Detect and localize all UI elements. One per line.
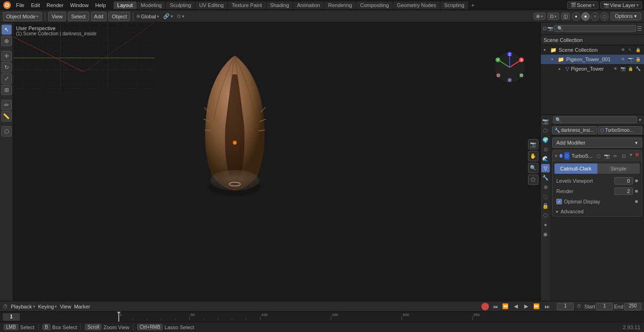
prop-icon-render[interactable]: 📷 [541,117,550,125]
vp-hand-btn[interactable]: ✋ [528,151,538,161]
tool-cursor[interactable]: ⊕ [1,36,12,46]
tool-measure[interactable]: 📏 [1,111,12,121]
scene-selector[interactable]: 🎬 Scene ▾ [567,1,598,9]
tab-rendering[interactable]: Rendering [324,1,356,9]
prop-icon-material[interactable]: ● [541,220,550,229]
transform-global[interactable]: ⊕ Global ▾ [136,14,159,19]
add-modifier-button[interactable]: Add Modifier ▾ [552,138,642,148]
simple-btn[interactable]: Simple [597,163,640,174]
prop-icon-output[interactable]: ⬡ [541,126,550,135]
levels-viewport-value[interactable]: 0 [614,177,633,185]
tab-geometry-nodes[interactable]: Geometry Nodes [393,1,440,9]
add-menu[interactable]: Add [91,12,107,21]
tab-scripting[interactable]: Scripting [440,1,468,9]
object-menu[interactable]: Object [108,12,130,21]
prop-icon-view-layer[interactable]: 🌍 [541,136,550,144]
view-layer-selector[interactable]: 📷 View Layer ▾ [600,1,642,9]
prop-icon-scene[interactable]: ⊙ [541,145,550,154]
catmull-clark-btn[interactable]: Catmull-Clark [554,163,597,174]
prop-icon-modifier[interactable]: 🔧 [541,173,550,182]
tab-uv-editing[interactable]: UV Editing [195,1,227,9]
playback-menu[interactable]: Playback ▾ [11,304,35,309]
viewport[interactable]: User Perspective (1) Scene Collection | … [13,23,540,301]
tab-shading[interactable]: Shading [266,1,293,9]
prop-icon-world[interactable]: 🌊 [541,154,550,163]
mod-delete[interactable]: ✕ [634,152,640,158]
outliner-item-pigeon-tower-001[interactable]: ▾ 📁 Pigeon_Tower_001 👁 📷 🔒 [541,55,644,64]
skip-start-btn[interactable]: ⏮ [491,302,499,311]
hide-btn[interactable]: 🔒 [635,47,641,53]
timeline-body[interactable]: 1 1 50 100 150 200 250 [0,312,644,322]
tab-animation[interactable]: Animation [293,1,324,9]
prop-icon-constraints[interactable]: 🔒 [541,202,550,210]
play-btn[interactable]: ▶ [522,302,530,311]
modifier-toggle-arrow[interactable]: ▾ [554,154,558,158]
render-dot[interactable] [635,190,638,193]
menu-render[interactable]: Render [44,1,66,9]
record-button[interactable] [481,303,489,310]
visibility-btn[interactable]: 👁 [619,47,626,53]
tool-select[interactable]: ↖ [1,24,12,35]
tool-scale[interactable]: ⤢ [1,73,12,84]
keying-menu[interactable]: Keying ▾ [38,304,58,309]
tool-add[interactable]: ⬡ [1,126,12,137]
vp-perspective-btn[interactable]: ⬡ [528,174,538,185]
visibility-btn-2[interactable]: 👁 [619,56,626,63]
start-frame-input[interactable]: 1 [596,303,613,310]
timeline-track[interactable]: 1 1 50 100 150 200 250 [0,312,644,322]
props-filter[interactable]: ▾ [639,117,641,122]
prop-icon-object[interactable]: ▽ [541,164,550,172]
gizmo-toggle[interactable]: ⊕ ▾ [534,13,545,20]
object-mode-selector[interactable]: Object Mode ▾ [3,12,42,21]
axis-gizmo[interactable]: Z X Y [493,51,526,84]
tool-rotate[interactable]: ↻ [1,62,12,73]
select-menu[interactable]: Select [68,12,89,21]
prop-icon-physics[interactable]: ◌ [541,192,550,201]
proportional-edit[interactable]: ⊙ ▾ [177,13,184,19]
outliner-item-scene-collection[interactable]: ▾ 📁 Scene Collection 👁 ↖ 🔒 [541,45,644,55]
options-button[interactable]: Options ▾ [611,12,641,20]
levels-viewport-dot[interactable] [635,179,638,182]
marker-menu[interactable]: Marker [74,304,90,309]
select-btn[interactable]: ↖ [627,47,634,53]
menu-help[interactable]: Help [92,1,109,9]
viewport-shading[interactable]: ● ● ○ ◌ [572,12,609,21]
tab-texture-paint[interactable]: Texture Paint [228,1,265,9]
hide-btn-3[interactable]: 🔒 [627,65,634,72]
tab-darkness[interactable]: 🔧 darkness_insi... [552,126,597,134]
end-frame-input[interactable]: 250 [624,303,641,310]
tab-compositing[interactable]: Compositing [356,1,393,9]
vp-zoom-btn[interactable]: 🔍 [528,162,538,173]
advanced-row[interactable]: ▸ Advanced [553,207,642,216]
mod-icon-realtime[interactable]: ⬡ [594,152,602,160]
hide-btn-2[interactable]: 🔒 [635,56,641,63]
prop-icon-particles[interactable]: ⊕ [541,183,550,191]
prop-icon-shading[interactable]: ◉ [541,230,550,238]
menu-window[interactable]: Window [67,1,91,9]
transform-snap[interactable]: 🔗 ▾ [163,13,173,19]
render-btn[interactable]: 📷 [627,56,634,63]
play-back-btn[interactable]: ◀ [512,302,520,311]
outliner-item-pigeon-tower[interactable]: ▸ ▽ Pigeon_Tower 👁 📷 🔒 🔧 [541,64,644,73]
optimal-display-dot[interactable] [635,200,638,203]
tool-move[interactable]: ✛ [1,51,12,61]
tab-layout[interactable]: Layout [114,1,137,9]
tool-transform[interactable]: ⊞ [1,85,12,95]
skip-end-btn[interactable]: ⏭ [543,302,551,311]
panel-icon-1[interactable]: ⊡ [543,26,546,31]
outliner-search[interactable]: 🔍 [554,25,636,32]
visibility-btn-3[interactable]: 👁 [612,65,619,72]
tab-turbomooth[interactable]: ⬡ TurboSmoo... [598,126,643,134]
step-back-btn[interactable]: ⏪ [501,302,510,311]
panel-icon-2[interactable]: 📷 [547,26,553,31]
mod-dropdown[interactable]: ▾ [628,152,633,157]
overlay-toggle[interactable]: ⊡ ▾ [547,13,559,20]
render-btn-2[interactable]: 📷 [619,65,626,72]
props-search[interactable]: 🔍 [553,116,637,123]
tool-annotate[interactable]: ✏ [1,100,12,110]
frame-clock-btn[interactable]: ⏱ [575,302,583,311]
step-fwd-btn[interactable]: ⏩ [532,302,541,311]
filter-button[interactable]: ☰ [637,25,642,32]
xray-toggle[interactable]: ◫ [561,13,570,20]
tab-sculpting[interactable]: Sculpting [166,1,195,9]
